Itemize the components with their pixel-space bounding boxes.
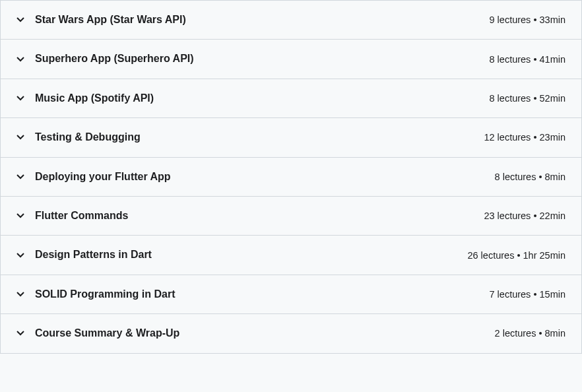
section-meta: 12 lectures • 23min (484, 132, 566, 143)
chevron-down-icon (16, 173, 24, 181)
course-section-list: Star Wars App (Star Wars API) 9 lectures… (0, 0, 582, 354)
chevron-down-icon (16, 212, 24, 220)
section-left: Design Patterns in Dart (16, 247, 152, 262)
chevron-down-icon (16, 329, 24, 337)
section-meta: 9 lectures • 33min (490, 15, 566, 25)
section-meta: 8 lectures • 41min (490, 54, 566, 65)
section-left: Star Wars App (Star Wars API) (16, 13, 186, 27)
section-title: Music App (Spotify API) (35, 91, 154, 106)
section-row[interactable]: Testing & Debugging 12 lectures • 23min (1, 118, 581, 157)
section-meta: 2 lectures • 8min (495, 328, 566, 339)
chevron-down-icon (16, 16, 24, 24)
section-title: Design Patterns in Dart (35, 247, 152, 262)
section-title: Testing & Debugging (35, 130, 141, 145)
section-left: Deploying your Flutter App (16, 170, 171, 184)
section-title: SOLID Programming in Dart (35, 287, 175, 302)
section-row[interactable]: Course Summary & Wrap-Up 2 lectures • 8m… (1, 314, 581, 352)
section-row[interactable]: Star Wars App (Star Wars API) 9 lectures… (1, 1, 581, 40)
chevron-down-icon (16, 55, 24, 63)
section-meta: 23 lectures • 22min (484, 211, 566, 221)
section-row[interactable]: Design Patterns in Dart 26 lectures • 1h… (1, 236, 581, 275)
section-meta: 7 lectures • 15min (490, 289, 566, 300)
section-meta: 8 lectures • 8min (495, 172, 566, 182)
section-row[interactable]: Music App (Spotify API) 8 lectures • 52m… (1, 79, 581, 118)
section-row[interactable]: Flutter Commands 23 lectures • 22min (1, 197, 581, 236)
section-left: Testing & Debugging (16, 130, 141, 145)
chevron-down-icon (16, 290, 24, 298)
section-meta: 26 lectures • 1hr 25min (467, 250, 566, 261)
section-left: Course Summary & Wrap-Up (16, 326, 179, 341)
section-title: Course Summary & Wrap-Up (35, 326, 179, 341)
section-meta: 8 lectures • 52min (490, 93, 566, 104)
section-left: Flutter Commands (16, 209, 128, 223)
chevron-down-icon (16, 133, 24, 141)
chevron-down-icon (16, 251, 24, 259)
section-left: SOLID Programming in Dart (16, 287, 175, 302)
section-left: Superhero App (Superhero API) (16, 51, 194, 66)
section-title: Deploying your Flutter App (35, 170, 171, 184)
section-title: Superhero App (Superhero API) (35, 51, 194, 66)
section-row[interactable]: Deploying your Flutter App 8 lectures • … (1, 158, 581, 197)
section-title: Star Wars App (Star Wars API) (35, 13, 186, 27)
section-row[interactable]: SOLID Programming in Dart 7 lectures • 1… (1, 275, 581, 314)
section-row[interactable]: Superhero App (Superhero API) 8 lectures… (1, 40, 581, 79)
section-title: Flutter Commands (35, 209, 128, 223)
chevron-down-icon (16, 94, 24, 102)
section-left: Music App (Spotify API) (16, 91, 154, 106)
